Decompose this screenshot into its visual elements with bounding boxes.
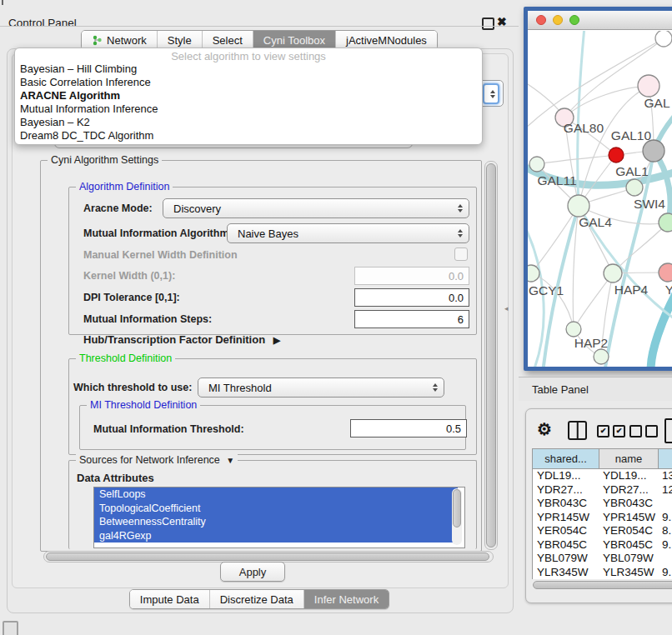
network-canvas[interactable]: GALGAL80GAL10GAL11GAL1SWI4GAL4GCY1HAP4YH… <box>528 31 672 367</box>
dropdown-item-bayesian-hill-climbing[interactable]: Bayesian – Hill Climbing <box>15 62 482 76</box>
combobox-arrows-icon <box>458 204 463 212</box>
float-panel-icon[interactable] <box>482 18 494 30</box>
dropdown-item-basic-correlation-inference[interactable]: Basic Correlation Inference <box>15 76 482 89</box>
table-cell: YBR043C <box>600 497 659 511</box>
dropdown-item-dream8-dc-tdc-algorithm[interactable]: Dream8 DC_TDC Algorithm <box>15 129 482 142</box>
kernel-width-input[interactable] <box>354 267 469 285</box>
network-node-y[interactable] <box>659 263 672 282</box>
dropdown-item-mutual-information-inference[interactable]: Mutual Information Inference <box>15 102 482 116</box>
gear-icon[interactable]: ⚙ <box>537 419 552 439</box>
node-label: GAL11 <box>537 173 576 188</box>
minimize-traffic-light-icon[interactable] <box>553 15 563 25</box>
tab-style[interactable]: Style <box>157 31 202 49</box>
table-cell <box>659 497 672 511</box>
table-row[interactable]: YBL079WYBL079W <box>533 552 672 566</box>
attribute-item-topologicalcoefficient[interactable]: TopologicalCoefficient <box>94 502 458 516</box>
titlebar-divider <box>0 26 519 27</box>
network-node-hap4[interactable] <box>604 264 622 282</box>
manual-kernel-checkbox[interactable] <box>454 248 468 261</box>
dpi-tolerance-input[interactable] <box>354 288 469 307</box>
aracne-mode-combobox[interactable]: Discovery <box>163 198 469 218</box>
network-node-hap2[interactable] <box>566 322 581 337</box>
node-label: GAL <box>644 96 669 110</box>
settings-h-scrollbar[interactable] <box>43 551 494 562</box>
network-node-gal1[interactable] <box>626 179 643 196</box>
hub-definition-toggle[interactable]: Hub/Transcription Factor Definition ▶ <box>83 333 280 346</box>
tab-impute-data[interactable]: Impute Data <box>130 590 209 608</box>
table-row[interactable]: YDR27...YDR27...12 <box>533 483 672 498</box>
attribute-item-selfloops[interactable]: SelfLoops <box>94 488 458 502</box>
apply-button[interactable]: Apply <box>220 562 285 582</box>
panel-collapse-icon[interactable]: ◂ <box>504 304 509 312</box>
table-cell: YER054C <box>533 524 600 538</box>
select-all-columns-icon[interactable]: ✔✔ <box>597 425 625 438</box>
table-cell: YBR043C <box>533 497 600 511</box>
column-header-partial[interactable] <box>658 448 672 469</box>
deselect-all-columns-icon[interactable] <box>629 425 658 438</box>
table-cell: YER054C <box>600 524 659 538</box>
tab-network[interactable]: Network <box>82 31 157 49</box>
zoom-traffic-light-icon[interactable] <box>569 15 579 25</box>
table-row[interactable]: YPR145WYPR145W9. <box>533 511 672 525</box>
attribute-item-betweennesscentrality[interactable]: BetweennessCentrality <box>94 515 458 529</box>
network-icon <box>92 35 103 46</box>
network-edge[interactable] <box>574 273 613 329</box>
table-row[interactable]: YBR045CYBR045C9. <box>533 538 672 552</box>
attribute-item-gal4rgexp[interactable]: gal4RGexp <box>94 529 458 543</box>
tab-jactivemnodules[interactable]: jActiveMNodules <box>335 31 437 49</box>
table-row[interactable]: YLR345WYLR345W9. <box>533 566 672 580</box>
table-h-scrollbar[interactable] <box>531 580 672 590</box>
column-header-name[interactable]: name <box>599 448 659 469</box>
tab-cyni-toolbox[interactable]: Cyni Toolbox <box>253 31 335 49</box>
network-node[interactable] <box>594 349 609 364</box>
column-header-shared[interactable]: shared... <box>532 448 599 469</box>
table-row[interactable]: YER054CYER054C8. <box>533 524 672 538</box>
tab-infer-network[interactable]: Infer Network <box>303 590 389 608</box>
mi-steps-input[interactable] <box>354 310 469 328</box>
network-node-gal11[interactable] <box>529 157 544 172</box>
combobox-stepper[interactable] <box>483 83 499 104</box>
data-attributes-list[interactable]: SelfLoopsTopologicalCoefficientBetweenne… <box>93 487 465 548</box>
mi-type-combobox[interactable]: Naive Bayes <box>227 223 469 243</box>
network-node[interactable] <box>655 31 672 47</box>
which-threshold-label: Which threshold to use: <box>73 382 192 393</box>
which-threshold-combobox[interactable]: MI Threshold <box>198 378 444 398</box>
mi-type-value: Naive Bayes <box>238 228 298 240</box>
network-edge[interactable] <box>578 31 584 206</box>
combobox-arrows-icon <box>433 383 438 392</box>
close-traffic-light-icon[interactable] <box>536 15 546 25</box>
table-body[interactable]: YDL19...YDL19...13YDR27...YDR27...12YBR0… <box>532 469 672 579</box>
export-table-icon[interactable] <box>664 418 672 443</box>
network-node-swi4[interactable] <box>659 213 672 232</box>
tab-discretize-data[interactable]: Discretize Data <box>209 590 303 608</box>
table-row[interactable]: YDL19...YDL19...13 <box>533 469 672 483</box>
table-cell: YDR27... <box>600 483 659 498</box>
tab-select[interactable]: Select <box>202 31 253 49</box>
mi-threshold-input[interactable] <box>350 419 467 438</box>
table-cell: 8. <box>659 524 672 538</box>
network-edge[interactable] <box>564 86 649 118</box>
network-node-gal[interactable] <box>638 75 659 97</box>
network-window-titlebar[interactable] <box>528 11 672 30</box>
mi-threshold-label: Mutual Information Threshold: <box>93 423 244 435</box>
algorithm-dropdown-popup: Select algorithm to view settings Bayesi… <box>14 48 483 145</box>
network-node-gal4[interactable] <box>568 195 589 217</box>
dropdown-item-bayesian-k2[interactable]: Bayesian – K2 <box>15 116 482 129</box>
network-edge[interactable] <box>613 222 668 273</box>
split-columns-icon[interactable] <box>568 421 587 440</box>
network-node-gal10[interactable] <box>643 140 664 162</box>
network-view-window[interactable]: GALGAL80GAL10GAL11GAL1SWI4GAL4GCY1HAP4YH… <box>524 7 672 371</box>
network-edge[interactable] <box>531 273 574 329</box>
table-cell: 9. <box>659 538 672 552</box>
sources-toggle[interactable]: Sources for Network Inference ▼ <box>76 454 238 466</box>
settings-scrollbar[interactable] <box>484 161 498 550</box>
network-node[interactable] <box>609 148 624 162</box>
kernel-width-label: Kernel Width (0,1): <box>83 270 175 282</box>
data-attributes-label: Data Attributes <box>77 472 154 484</box>
attribute-list-scrollbar[interactable] <box>452 488 462 545</box>
restore-panel-icon[interactable] <box>3 621 18 635</box>
network-node-gcy1[interactable] <box>528 265 539 282</box>
dropdown-item-aracne-algorithm[interactable]: ARACNE Algorithm <box>15 89 482 102</box>
mi-steps-label: Mutual Information Steps: <box>83 313 212 325</box>
table-row[interactable]: YBR043CYBR043C <box>533 497 672 511</box>
